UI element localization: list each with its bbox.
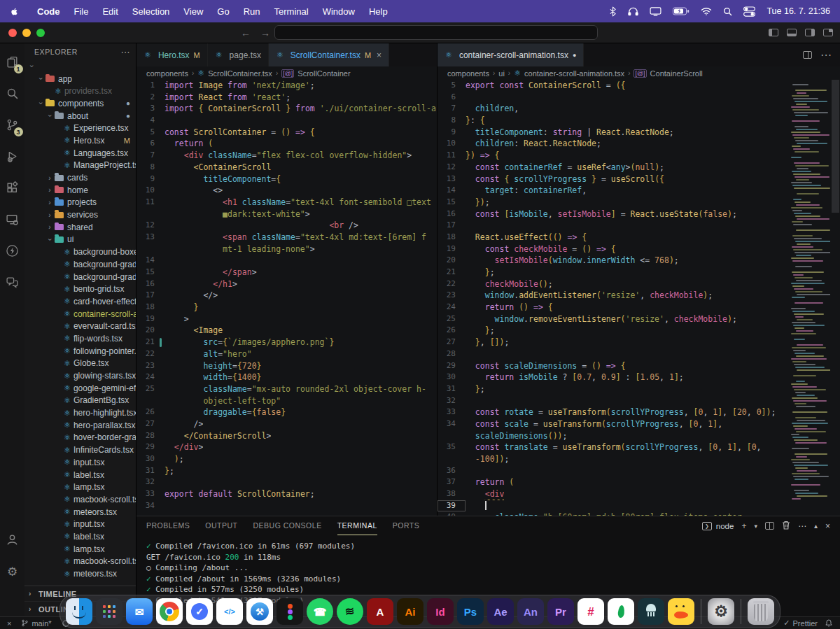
- code-line[interactable]: 33export default ScrollContainer;: [136, 488, 437, 500]
- dock-illustrator-icon[interactable]: Ai: [397, 598, 424, 625]
- battery-icon[interactable]: [673, 7, 690, 15]
- code-line[interactable]: 34: [136, 500, 437, 512]
- code-line[interactable]: 19 >: [136, 313, 437, 325]
- menu-item-help[interactable]: Help: [362, 6, 395, 17]
- breadcrumb-item[interactable]: ScrollContainer: [298, 69, 350, 78]
- code-line[interactable]: 27 />: [136, 418, 437, 430]
- bluetooth-icon[interactable]: [609, 6, 617, 17]
- tree-item-GradientBgtsx[interactable]: ⚛GradientBg.tsx: [24, 395, 136, 407]
- code-line[interactable]: 26 draggable={false}: [136, 407, 437, 418]
- display-icon[interactable]: [650, 7, 662, 16]
- breadcrumb-item[interactable]: ScrollContainer.tsx: [208, 69, 272, 78]
- code-editor-right[interactable]: 5export const ContainerScroll = ({67 chi…: [438, 80, 840, 516]
- code-line[interactable]: 1import Image from 'next/image';: [136, 80, 437, 92]
- code-line[interactable]: 33 const rotate = useTransform(scrollYPr…: [438, 407, 840, 418]
- code-line[interactable]: 28: [438, 348, 840, 360]
- tree-item-about[interactable]: ›about●: [24, 110, 136, 122]
- wifi-icon[interactable]: [701, 7, 712, 15]
- tree-item-ManageProjecttsx[interactable]: ⚛ManageProject.tsx: [24, 160, 136, 172]
- tree-item-inputtsx[interactable]: ⚛input.tsx: [24, 518, 136, 530]
- code-line[interactable]: 27 }, []);: [438, 337, 840, 348]
- search-view-icon[interactable]: [1, 80, 24, 106]
- tree-item-InfiniteCardstsx[interactable]: ⚛InfiniteCards.tsx: [24, 444, 136, 456]
- tree-item-glowing-starstsx[interactable]: ⚛glowing-stars.tsx: [24, 369, 136, 382]
- code-line[interactable]: 30 );: [136, 453, 437, 465]
- zoom-window-button[interactable]: [36, 29, 45, 37]
- code-line[interactable]: 23 height={720}: [136, 360, 437, 372]
- dock-squid-icon[interactable]: [638, 598, 664, 625]
- code-line[interactable]: 20 setIsMobile(window.innerWidth <= 768)…: [438, 255, 840, 267]
- code-line[interactable]: 9 titleComponent={: [136, 174, 437, 185]
- code-line[interactable]: 39: [438, 500, 840, 512]
- code-line[interactable]: 15 </span>: [136, 267, 437, 278]
- code-line[interactable]: 19 const checkMobile = () => {: [438, 243, 840, 255]
- menu-clock[interactable]: Tue 16. 7. 21:36: [766, 6, 830, 16]
- headphones-icon[interactable]: [628, 6, 638, 16]
- panel-tab-output[interactable]: OUTPUT: [205, 516, 237, 535]
- minimap[interactable]: [790, 81, 830, 516]
- code-line[interactable]: 14: [136, 255, 437, 267]
- dock-slack-icon[interactable]: #: [578, 598, 604, 625]
- code-line[interactable]: 14 target: containerRef,: [438, 185, 840, 197]
- toggle-secondary-sidebar-icon[interactable]: [805, 29, 815, 36]
- tree-item-Languagestsx[interactable]: ⚛Languages.tsx: [24, 147, 136, 160]
- command-center-search[interactable]: [274, 25, 598, 40]
- remote-explorer-view-icon[interactable]: [1, 206, 24, 232]
- code-line[interactable]: 21 src={`/images/apphero.png`}: [136, 337, 437, 348]
- code-line[interactable]: 40 className="h-[60rem] md:h-[80rem] fle…: [438, 511, 840, 516]
- tree-item-lamptsx[interactable]: ⚛lamp.tsx: [24, 481, 136, 493]
- code-line[interactable]: 5export const ContainerScroll = ({: [438, 80, 840, 92]
- back-arrow-icon[interactable]: ←: [241, 27, 251, 38]
- code-line[interactable]: 11 <h1 className="text-4xl font-semibold…: [136, 197, 437, 209]
- menu-item-file[interactable]: File: [67, 6, 96, 17]
- tree-item-following-pointertsx[interactable]: ⚛following-pointer.tsx: [24, 345, 136, 358]
- code-line[interactable]: 5const ScrollContainer = () => {: [136, 127, 437, 139]
- menu-item-window[interactable]: Window: [316, 6, 362, 17]
- explorer-more-actions-icon[interactable]: ⋯: [120, 47, 130, 57]
- tab-Herotsx[interactable]: ⚛Hero.tsxM: [136, 43, 208, 66]
- code-line[interactable]: 37 return (: [438, 476, 840, 488]
- tree-item-services[interactable]: ›services: [24, 209, 136, 221]
- code-line[interactable]: 25 className="mx-auto rounded-2xl object…: [136, 383, 437, 395]
- tree-item-Experiencetsx[interactable]: ⚛Experience.tsx: [24, 122, 136, 134]
- tree-item-background-boxes[interactable]: ⚛background-boxes...: [24, 246, 136, 258]
- code-line[interactable]: 25 window.removeEventListener('resize', …: [438, 313, 840, 325]
- close-panel-icon[interactable]: ×: [825, 521, 830, 531]
- dock-finder-icon[interactable]: [66, 598, 92, 625]
- code-line[interactable]: 36: [438, 465, 840, 477]
- dock-mail-icon[interactable]: ✉: [126, 598, 153, 625]
- code-line[interactable]: 12 <br />: [136, 220, 437, 232]
- tree-item-projects[interactable]: ›projects: [24, 197, 136, 209]
- code-line[interactable]: 29 </div>: [136, 441, 437, 453]
- tree-item-lamptsx[interactable]: ⚛lamp.tsx: [24, 543, 136, 556]
- menu-item-run[interactable]: Run: [237, 6, 267, 17]
- tree-item-container-scroll-a[interactable]: ⚛container-scroll-a...: [24, 308, 136, 320]
- split-terminal-icon[interactable]: [765, 522, 774, 530]
- split-editor-icon[interactable]: [803, 51, 812, 59]
- editor-more-actions-icon[interactable]: ⋯: [820, 48, 832, 62]
- maximize-panel-icon[interactable]: ▴: [814, 522, 818, 530]
- dock-settings-icon[interactable]: ⚙: [708, 598, 734, 625]
- tree-item-macbook-scrolltsx[interactable]: ⚛macbook-scroll.tsx: [24, 493, 136, 506]
- extensions-view-icon[interactable]: [1, 175, 24, 200]
- code-line[interactable]: 20 <Image: [136, 325, 437, 337]
- breadcrumb-right[interactable]: components›ui›⚛container-scroll-animatio…: [438, 66, 840, 80]
- panel-tab-ports[interactable]: PORTS: [393, 516, 419, 535]
- dock-figma-icon[interactable]: [276, 598, 303, 625]
- source-control-view-icon[interactable]: 3: [1, 112, 24, 137]
- breadcrumb-item[interactable]: ContainerScroll: [650, 69, 703, 78]
- panel-more-actions-icon[interactable]: ⋯: [798, 521, 806, 531]
- code-line[interactable]: 11}) => {: [438, 150, 840, 162]
- tree-item-Globetsx[interactable]: ⚛Globe.tsx: [24, 358, 136, 370]
- dock-aftereffects-icon[interactable]: Ae: [487, 598, 514, 625]
- tree-item-ui[interactable]: ›ui: [24, 234, 136, 246]
- editor-scrollbar[interactable]: [831, 80, 840, 516]
- close-window-button[interactable]: [8, 29, 17, 37]
- code-line[interactable]: 28 </ContainerScroll>: [136, 430, 437, 442]
- dock-animate-icon[interactable]: An: [517, 598, 544, 625]
- code-line[interactable]: 7 <div className="flex flex-col overflow…: [136, 150, 437, 162]
- code-line[interactable]: 38 <div: [438, 488, 840, 500]
- minimize-window-button[interactable]: [22, 29, 31, 37]
- close-tab-icon[interactable]: ×: [377, 50, 382, 60]
- tree-item-background-gradi[interactable]: ⚛background-gradi...: [24, 271, 136, 283]
